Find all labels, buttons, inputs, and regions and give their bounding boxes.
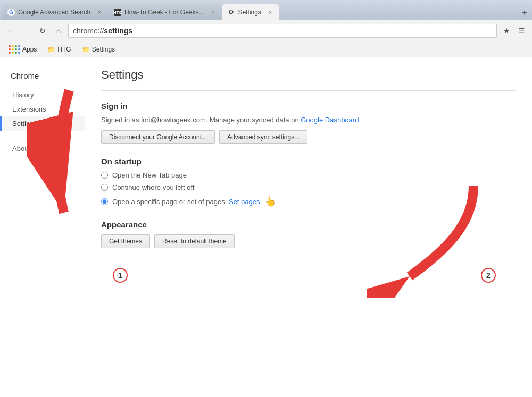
sidebar-item-about[interactable]: About — [0, 141, 85, 156]
apps-grid-icon — [9, 45, 20, 54]
startup-radio-continue[interactable] — [101, 184, 108, 191]
page-content: Chrome History Extensions Settings About — [0, 57, 532, 397]
htg-label: HTG — [57, 46, 71, 53]
tab-google-search[interactable]: G Google Advanced Search × — [2, 4, 109, 20]
tab-settings[interactable]: ⚙ Settings × — [222, 4, 279, 20]
address-bar[interactable]: chrome://settings — [68, 24, 497, 38]
signin-section-title: Sign in — [101, 102, 516, 111]
startup-section: On startup Open the New Tab page Continu… — [101, 157, 516, 207]
advanced-sync-button[interactable]: Advanced sync settings... — [219, 130, 307, 144]
startup-label-continue: Continue where you left off — [112, 183, 194, 191]
sidebar-app-name: Chrome — [0, 68, 85, 83]
nav-extra-buttons: ★ ☰ — [500, 24, 528, 37]
startup-option-new-tab: Open the New Tab page — [101, 171, 516, 179]
star-button[interactable]: ★ — [500, 24, 513, 37]
browser-frame: G Google Advanced Search × HTG How-To Ge… — [0, 0, 532, 397]
sidebar-section: History Extensions Settings — [0, 88, 85, 131]
appearance-buttons: Get themes Reset to default theme — [101, 234, 516, 248]
sidebar-item-settings[interactable]: Settings — [0, 116, 85, 131]
signin-buttons: Disconnect your Google Account... Advanc… — [101, 130, 516, 144]
new-tab-button[interactable]: + — [517, 5, 532, 20]
cursor-icon: 👆 — [264, 196, 276, 207]
appearance-section: Appearance Get themes Reset to default t… — [101, 220, 516, 248]
disconnect-button[interactable]: Disconnect your Google Account... — [101, 130, 215, 144]
startup-radio-new-tab[interactable] — [101, 172, 108, 179]
page-title: Settings — [101, 68, 516, 82]
tab-google-close[interactable]: × — [96, 9, 103, 16]
htg-favicon: HTG — [114, 9, 121, 16]
set-pages-link[interactable]: Set pages — [229, 198, 260, 206]
reset-theme-button[interactable]: Reset to default theme — [154, 234, 235, 248]
appearance-title: Appearance — [101, 220, 516, 229]
reload-button[interactable]: ↻ — [36, 24, 49, 37]
startup-option-continue: Continue where you left off — [101, 183, 516, 191]
back-button[interactable]: ← — [4, 24, 17, 37]
signin-description: Signed in as lori@howtogeek.com. Manage … — [101, 116, 516, 124]
startup-label-new-tab: Open the New Tab page — [112, 171, 187, 179]
startup-section-title: On startup — [101, 157, 516, 166]
menu-button[interactable]: ☰ — [515, 24, 528, 37]
settings-main: Settings Sign in Signed in as lori@howto… — [85, 57, 532, 397]
sidebar-item-extensions[interactable]: Extensions — [0, 102, 85, 116]
sidebar-item-history[interactable]: History — [0, 88, 85, 102]
tab-google-title: Google Advanced Search — [18, 9, 90, 16]
htg-folder-icon: 📁 — [47, 46, 55, 53]
home-button[interactable]: ⌂ — [52, 24, 65, 37]
nav-bar: ← → ↻ ⌂ chrome://settings ★ ☰ — [0, 20, 532, 41]
google-dashboard-link[interactable]: Google Dashboard — [301, 116, 359, 124]
sidebar-section-about: About — [0, 141, 85, 156]
address-path: settings — [104, 27, 132, 35]
title-divider — [101, 90, 516, 91]
tab-htg-close[interactable]: × — [209, 9, 217, 16]
sidebar: Chrome History Extensions Settings About — [0, 57, 85, 397]
startup-option-specific: Open a specific page or set of pages. Se… — [101, 196, 516, 207]
bookmark-htg[interactable]: 📁 HTG — [43, 44, 75, 55]
apps-label: Apps — [22, 46, 37, 53]
settings-favicon: ⚙ — [227, 9, 235, 16]
tab-bar: G Google Advanced Search × HTG How-To Ge… — [0, 0, 532, 20]
startup-radio-specific[interactable] — [101, 198, 108, 205]
forward-button[interactable]: → — [20, 24, 33, 37]
bookmarks-bar: Apps 📁 HTG 📁 Settings — [0, 41, 532, 57]
settings-folder-icon: 📁 — [82, 46, 90, 53]
tab-settings-close[interactable]: × — [267, 9, 274, 16]
startup-label-specific: Open a specific page or set of pages. Se… — [112, 198, 260, 206]
tab-htg[interactable]: HTG How-To Geek - For Geeks... × — [109, 4, 222, 20]
get-themes-button[interactable]: Get themes — [101, 234, 150, 248]
bookmark-settings[interactable]: 📁 Settings — [78, 44, 119, 55]
bookmark-apps[interactable]: Apps — [4, 44, 41, 55]
tab-settings-title: Settings — [238, 9, 261, 16]
tab-htg-title: How-To Geek - For Geeks... — [124, 9, 204, 16]
settings-bookmark-label: Settings — [92, 46, 115, 53]
google-favicon: G — [7, 9, 15, 16]
address-protocol: chrome:// — [73, 27, 104, 35]
